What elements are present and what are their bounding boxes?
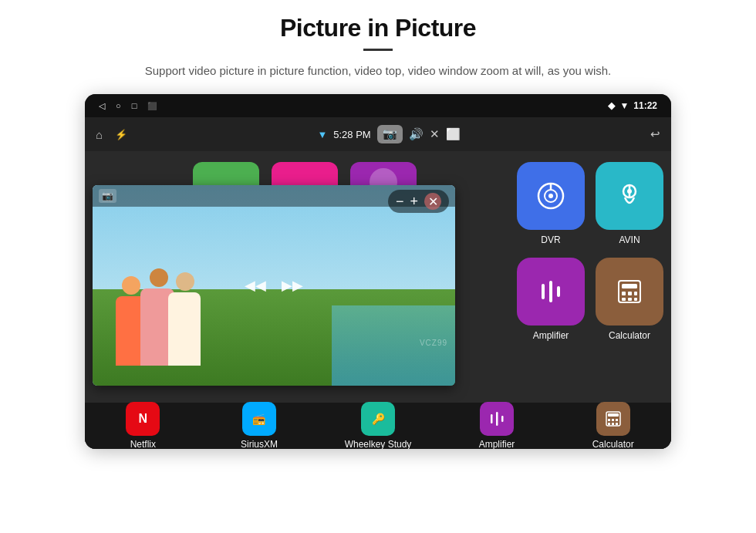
pip-video[interactable]: 📷 − + ✕ ◀◀ ▶▶ VCZ99 (93, 185, 455, 386)
bottom-app-netflix[interactable]: N Netflix (112, 402, 174, 449)
pip-playback-controls: ◀◀ ▶▶ (245, 277, 303, 294)
camera-button[interactable]: 📷 (377, 125, 403, 143)
wheelkey-icon: 🔑 (361, 402, 395, 436)
nav-right: ↩ (650, 127, 660, 141)
status-bar-left: ◁ ○ □ ⬛ (99, 101, 157, 111)
status-bar: ◁ ○ □ ⬛ ◆ ▼ 11:22 (85, 94, 671, 117)
bottom-label-strip: N Netflix 📻 SiriusXM 🔑 Wheelkey Study (85, 403, 671, 449)
dvr-svg (535, 180, 566, 211)
calculator-icon-box (596, 258, 663, 326)
netflix-icon: N (126, 402, 160, 436)
amplifier-bottom-icon (480, 402, 514, 436)
svg-rect-9 (557, 286, 560, 297)
svg-rect-14 (634, 292, 637, 295)
amplifier-bottom-label: Amplifier (479, 439, 515, 449)
recents-nav-icon[interactable]: □ (132, 101, 137, 110)
calculator-bottom-svg (604, 410, 623, 428)
svg-rect-23 (608, 419, 610, 421)
app-avin[interactable]: AVIN (596, 162, 663, 245)
amplifier-svg (535, 276, 566, 307)
pip-resize-controls[interactable]: − + ✕ (388, 190, 449, 213)
amplifier-icon-box (517, 258, 585, 326)
svg-rect-15 (622, 298, 626, 301)
pip-plus-button[interactable]: + (410, 194, 418, 210)
dvr-label: DVR (541, 234, 560, 245)
svg-rect-13 (628, 292, 632, 295)
siriusxm-label: SiriusXM (241, 439, 278, 449)
calculator-label: Calculator (609, 330, 650, 341)
app-amplifier[interactable]: Amplifier (517, 258, 585, 341)
svg-rect-17 (634, 298, 637, 301)
calculator-bottom-icon (596, 402, 630, 436)
watermark: VCZ99 (420, 339, 447, 347)
wifi-icon: ▼ (619, 100, 629, 111)
pip-close-button[interactable]: ✕ (424, 193, 441, 210)
nav-center: ▼ 5:28 PM 📷 🔊 ✕ ⬜ (317, 125, 460, 143)
wheelkey-label: Wheelkey Study (345, 439, 412, 449)
screenshot-icon[interactable]: ⬛ (147, 102, 157, 110)
nav-time: 5:28 PM (333, 129, 370, 140)
svg-rect-25 (616, 419, 618, 421)
back-nav-icon[interactable]: ◁ (99, 101, 105, 111)
calculator-svg (614, 276, 645, 307)
page-subtitle: Support video picture in picture functio… (145, 62, 611, 80)
volume-icon[interactable]: 🔊 (409, 127, 424, 141)
nav-left: ⌂ ⚡ (96, 128, 127, 141)
close-icon[interactable]: ✕ (430, 127, 440, 141)
main-content: DVR AVIN (85, 151, 671, 449)
app-calculator[interactable]: Calculator (596, 258, 663, 341)
bottom-app-calculator[interactable]: Calculator (582, 402, 644, 449)
title-divider (363, 49, 393, 51)
apps-bottom-row: Amplifier (517, 258, 663, 341)
dvr-icon-box (517, 162, 585, 230)
bottom-app-wheelkey[interactable]: 🔑 Wheelkey Study (345, 402, 412, 449)
avin-icon-box (596, 162, 663, 230)
video-people (116, 268, 201, 366)
svg-rect-11 (622, 284, 637, 288)
amplifier-label: Amplifier (533, 330, 569, 341)
avin-label: AVIN (619, 234, 640, 245)
back-icon[interactable]: ↩ (650, 127, 660, 141)
right-app-area: DVR AVIN (517, 162, 663, 341)
calculator-bottom-label: Calculator (592, 439, 634, 449)
pip-minus-button[interactable]: − (396, 194, 404, 210)
wifi-nav-icon: ▼ (317, 129, 327, 140)
siriusxm-icon: 📻 (242, 402, 276, 436)
svg-rect-7 (542, 284, 545, 299)
device-frame: ◁ ○ □ ⬛ ◆ ▼ 11:22 ⌂ ⚡ ▼ 5:28 PM 📷 🔊 (85, 94, 671, 449)
location-icon: ◆ (608, 100, 615, 111)
app-dvr[interactable]: DVR (517, 162, 585, 245)
person-3 (168, 272, 201, 366)
svg-rect-20 (501, 416, 504, 422)
pip-forward-button[interactable]: ▶▶ (282, 277, 303, 294)
svg-rect-22 (608, 413, 619, 417)
apps-top-row: DVR AVIN (517, 162, 663, 245)
netflix-label: Netflix (130, 439, 156, 449)
window-icon[interactable]: ⬜ (446, 127, 461, 141)
nav-bar: ⌂ ⚡ ▼ 5:28 PM 📷 🔊 ✕ ⬜ ↩ (85, 117, 671, 151)
status-bar-right: ◆ ▼ 11:22 (608, 100, 657, 111)
amplifier-bottom-svg (488, 410, 506, 428)
svg-point-2 (548, 194, 553, 198)
bottom-app-siriusxm[interactable]: 📻 SiriusXM (228, 402, 290, 449)
svg-rect-16 (628, 298, 632, 301)
home-nav-icon[interactable]: ○ (116, 101, 121, 110)
svg-rect-19 (496, 412, 498, 426)
svg-rect-8 (549, 281, 552, 302)
svg-rect-18 (491, 414, 493, 423)
page-title: Picture in Picture (280, 14, 476, 42)
status-time: 11:22 (633, 100, 657, 111)
usb-icon[interactable]: ⚡ (115, 129, 127, 140)
svg-rect-24 (612, 419, 614, 421)
home-icon[interactable]: ⌂ (96, 128, 103, 141)
svg-rect-28 (616, 423, 618, 425)
bottom-app-amplifier[interactable]: Amplifier (466, 402, 528, 449)
svg-rect-27 (612, 423, 614, 425)
avin-svg (614, 180, 645, 211)
svg-rect-12 (622, 292, 626, 295)
svg-rect-26 (608, 423, 610, 425)
pip-camera-icon: 📷 (99, 189, 116, 203)
pip-rewind-button[interactable]: ◀◀ (245, 277, 266, 294)
